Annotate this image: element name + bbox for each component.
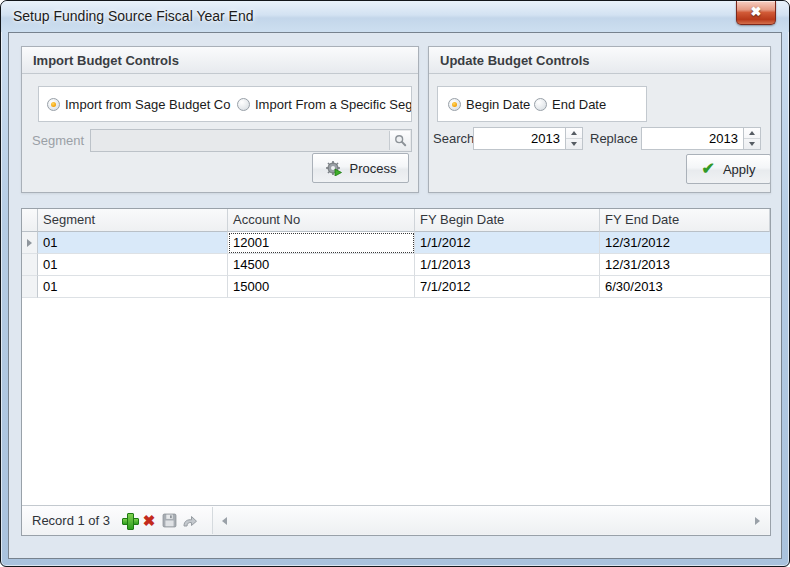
column-header-fy-end-date[interactable]: FY End Date <box>600 209 770 232</box>
date-radio-group: Begin Date End Date <box>437 86 647 122</box>
save-icon <box>162 513 177 528</box>
spin-up-icon <box>571 131 577 135</box>
grid-status-bar: Record 1 of 3 ✖ <box>22 505 770 535</box>
row-indicator[interactable] <box>22 232 38 254</box>
cell-fy-end-date[interactable]: 12/31/2013 <box>600 254 770 276</box>
add-record-button[interactable] <box>119 511 139 531</box>
radio-import-segment-label: Import From a Specific Segm <box>255 97 412 112</box>
record-count-text: Record 1 of 3 <box>32 513 110 528</box>
column-header-segment[interactable]: Segment <box>38 209 228 232</box>
search-input[interactable]: 2013 <box>473 127 566 150</box>
update-group-title: Update Budget Controls <box>429 47 770 74</box>
cell-fy-begin-date[interactable]: 1/1/2012 <box>415 232 600 254</box>
search-spin-up-button[interactable] <box>566 128 582 139</box>
update-budget-controls-group: Update Budget Controls Begin Date End Da… <box>428 46 771 193</box>
cell-account-no[interactable]: 15000 <box>228 276 415 298</box>
import-radio-group: Import from Sage Budget Co Import From a… <box>38 86 412 122</box>
segment-lookup-button[interactable] <box>389 131 410 150</box>
radio-selected-icon <box>47 98 60 111</box>
undo-icon <box>181 514 198 528</box>
column-header-account-no[interactable]: Account No <box>228 209 415 232</box>
horizontal-scrollbar[interactable] <box>212 507 769 534</box>
process-button[interactable]: Process <box>312 153 409 183</box>
delete-icon: ✖ <box>143 513 156 528</box>
radio-selected-icon <box>448 98 461 111</box>
replace-spinner <box>744 127 761 150</box>
radio-end-date-label: End Date <box>552 97 606 112</box>
radio-import-sage-label: Import from Sage Budget Co <box>65 97 230 112</box>
process-play-icon <box>335 169 342 176</box>
apply-check-icon: ✔ <box>702 161 715 177</box>
search-spinner <box>566 127 583 150</box>
search-label: Search <box>433 131 474 146</box>
radio-begin-date[interactable]: Begin Date <box>448 97 530 112</box>
budget-controls-grid: Segment Account No FY Begin Date FY End … <box>21 208 771 536</box>
apply-button[interactable]: ✔ Apply <box>686 154 771 184</box>
row-indicator[interactable] <box>22 254 38 276</box>
table-row: 01 12001 1/1/2012 12/31/2012 <box>22 232 770 254</box>
window-title: Setup Funding Source Fiscal Year End <box>13 8 254 24</box>
column-header-fy-begin-date[interactable]: FY Begin Date <box>415 209 600 232</box>
scroll-right-icon[interactable] <box>755 517 760 525</box>
cell-account-no-focused[interactable]: 12001 <box>228 232 415 254</box>
import-group-title: Import Budget Controls <box>22 47 418 74</box>
save-record-button[interactable] <box>159 511 179 531</box>
cell-segment[interactable]: 01 <box>38 276 228 298</box>
row-indicator[interactable] <box>22 276 38 298</box>
grid-header-indicator <box>22 209 38 232</box>
radio-end-date[interactable]: End Date <box>534 97 606 112</box>
undo-edit-button[interactable] <box>179 511 199 531</box>
scroll-left-icon[interactable] <box>222 517 227 525</box>
gear-icon <box>325 160 342 176</box>
cell-fy-end-date[interactable]: 12/31/2012 <box>600 232 770 254</box>
table-row: 01 14500 1/1/2013 12/31/2013 <box>22 254 770 276</box>
replace-spin-down-button[interactable] <box>744 139 760 149</box>
radio-unselected-icon <box>534 98 547 111</box>
import-budget-controls-group: Import Budget Controls Import from Sage … <box>21 46 419 193</box>
radio-begin-date-label: Begin Date <box>466 97 530 112</box>
close-icon: ✖ <box>751 4 762 19</box>
cell-segment[interactable]: 01 <box>38 232 228 254</box>
cell-segment[interactable]: 01 <box>38 254 228 276</box>
spin-down-icon <box>749 142 755 146</box>
table-row: 01 15000 7/1/2012 6/30/2013 <box>22 276 770 298</box>
delete-record-button[interactable]: ✖ <box>139 511 159 531</box>
replace-spin-up-button[interactable] <box>744 128 760 139</box>
grid-header-row: Segment Account No FY Begin Date FY End … <box>22 209 770 232</box>
add-icon <box>122 513 137 528</box>
cell-account-no[interactable]: 14500 <box>228 254 415 276</box>
replace-label: Replace <box>590 131 638 146</box>
dialog-content: Import Budget Controls Import from Sage … <box>8 32 782 559</box>
grid-empty-area <box>22 298 770 505</box>
close-button[interactable]: ✖ <box>736 1 776 25</box>
search-icon <box>394 134 407 147</box>
apply-button-label: Apply <box>723 162 756 177</box>
radio-unselected-icon <box>237 98 250 111</box>
process-button-label: Process <box>350 161 397 176</box>
title-bar: Setup Funding Source Fiscal Year End ✖ <box>1 1 789 32</box>
dialog-window: Setup Funding Source Fiscal Year End ✖ I… <box>0 0 790 567</box>
radio-import-sage[interactable]: Import from Sage Budget Co <box>47 97 230 112</box>
replace-input[interactable]: 2013 <box>641 127 744 150</box>
search-spin-down-button[interactable] <box>566 139 582 149</box>
segment-label: Segment <box>32 133 84 148</box>
cell-fy-begin-date[interactable]: 1/1/2013 <box>415 254 600 276</box>
spin-down-icon <box>571 142 577 146</box>
segment-input[interactable] <box>90 129 412 152</box>
current-row-arrow-icon <box>27 239 32 247</box>
spin-up-icon <box>749 131 755 135</box>
cell-fy-end-date[interactable]: 6/30/2013 <box>600 276 770 298</box>
radio-import-segment[interactable]: Import From a Specific Segm <box>237 97 412 112</box>
cell-fy-begin-date[interactable]: 7/1/2012 <box>415 276 600 298</box>
